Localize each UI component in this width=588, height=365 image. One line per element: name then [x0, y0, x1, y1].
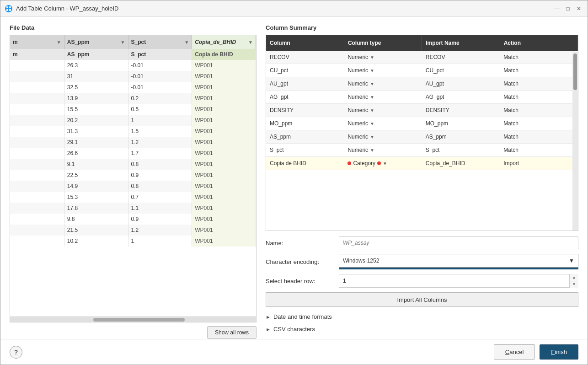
show-all-rows-button[interactable]: Show all rows [207, 326, 257, 339]
col-summary-row: AG_gptNumeric ▼AG_gptMatch [266, 91, 578, 104]
col-summary-type[interactable]: Numeric ▼ [344, 51, 422, 64]
file-data-cell [10, 170, 64, 181]
file-data-row: 29.11.2WP001 [10, 137, 256, 148]
table-scroll-area[interactable]: m AS_ppm S_pct Copia de BHID 26.3-0.01WP… [10, 49, 256, 317]
header-row-label: Select header row: [266, 278, 339, 284]
date-formats-section[interactable]: ► Date and time formats [266, 311, 578, 323]
svg-rect-2 [6, 9, 8, 11]
col-summary-row: AS_ppmNumeric ▼AS_ppmMatch [266, 130, 578, 144]
file-data-cell [10, 115, 64, 126]
name-input[interactable] [339, 236, 578, 249]
file-data-cell: WP001 [192, 137, 256, 148]
col-summary-type[interactable]: Numeric ▼ [344, 64, 422, 77]
col-summary-import-name: CU_pct [422, 64, 500, 77]
encoding-select[interactable]: Windows-1252 ▼ [339, 254, 578, 268]
col-summary-type[interactable]: Numeric ▼ [344, 130, 422, 144]
minimize-button[interactable]: — [553, 5, 561, 13]
col-summary-type[interactable]: Numeric ▼ [344, 104, 422, 117]
help-button[interactable]: ? [10, 346, 22, 359]
type-dropdown-arrow[interactable]: ▼ [370, 81, 374, 86]
file-data-cell: WP001 [192, 159, 256, 170]
file-data-cell [10, 82, 64, 93]
file-data-header-row: m ▼ AS_ppm ▼ [10, 35, 256, 49]
vscroll-thumb[interactable] [573, 54, 577, 90]
type-dropdown-arrow[interactable]: ▼ [370, 134, 374, 140]
import-all-columns-button[interactable]: Import All Columns [266, 292, 578, 307]
title-bar: Add Table Column - WP_assay_holeID — □ ✕ [0, 0, 588, 17]
file-col-header-3[interactable]: Copia_de_BHID ▼ [192, 35, 256, 49]
col-summary-import-name: Copia_de_BHID [422, 157, 500, 170]
hscroll-thumb[interactable] [93, 318, 185, 322]
col-summary-import-name: AS_ppm [422, 130, 500, 144]
col-summary-type[interactable]: Numeric ▼ [344, 77, 422, 91]
file-col-header-2[interactable]: S_pct ▼ [128, 35, 192, 49]
file-data-row: 9.10.8WP001 [10, 159, 256, 170]
col-summary-col-name: AU_gpt [266, 77, 344, 91]
file-data-body: m AS_ppm S_pct Copia de BHID 26.3-0.01WP… [10, 49, 256, 247]
col-summary-col-name: CU_pct [266, 64, 344, 77]
file-data-cell: WP001 [192, 115, 256, 126]
file-data-cell: WP001 [192, 82, 256, 93]
type-dropdown-arrow[interactable]: ▼ [370, 55, 374, 60]
file-data-cell: 22.5 [64, 170, 128, 181]
right-panel: Column Summary Column Column type Import… [266, 24, 578, 339]
left-panel: File Data m ▼ [10, 24, 257, 339]
file-data-cell: WP001 [192, 236, 256, 247]
maximize-button[interactable]: □ [564, 5, 572, 13]
col-summary-action: Match [500, 104, 577, 117]
vscroll-bar[interactable] [572, 52, 578, 231]
col-summary-type[interactable]: Numeric ▼ [344, 91, 422, 104]
csv-characters-section[interactable]: ► CSV characters [266, 323, 578, 335]
name-label: Name: [266, 240, 339, 247]
file-data-cell: WP001 [192, 148, 256, 159]
main-window: Add Table Column - WP_assay_holeID — □ ✕… [0, 0, 588, 365]
col-summary-import-name: RECOV [422, 51, 500, 64]
date-formats-label: Date and time formats [273, 313, 332, 320]
file-data-col-labels: m AS_ppm S_pct Copia de BHID [10, 49, 256, 60]
file-data-row: 15.30.7WP001 [10, 192, 256, 203]
file-col-header-1[interactable]: AS_ppm ▼ [64, 35, 128, 49]
type-dropdown-arrow[interactable]: ▼ [370, 68, 374, 73]
file-data-cell: 17.8 [64, 203, 128, 214]
header-row-input[interactable] [339, 274, 578, 288]
spinner-down-button[interactable]: ▼ [570, 281, 578, 288]
type-dropdown-arrow[interactable]: ▼ [370, 108, 374, 113]
col-arrow-3: ▼ [248, 40, 253, 45]
file-header-cell-0: m [10, 49, 64, 60]
file-data-cell: 31.3 [64, 126, 128, 137]
file-data-cell [10, 148, 64, 159]
col-summary-type[interactable]: Numeric ▼ [344, 144, 422, 157]
content-area: File Data m ▼ [0, 17, 588, 339]
col-summary-action: Match [500, 117, 577, 130]
col-summary-th-0: Column [266, 35, 344, 51]
column-summary-title: Column Summary [266, 24, 578, 31]
type-dropdown-arrow[interactable]: ▼ [383, 161, 387, 166]
type-dropdown-arrow[interactable]: ▼ [370, 121, 374, 126]
svg-rect-3 [9, 9, 11, 11]
encoding-label: Character encoding: [266, 258, 339, 265]
file-data-title: File Data [10, 24, 257, 31]
cancel-button[interactable]: Cancel [494, 344, 535, 360]
type-dropdown-arrow[interactable]: ▼ [370, 95, 374, 100]
file-data-cell [10, 214, 64, 225]
encoding-select-wrapper: Windows-1252 ▼ [339, 254, 578, 269]
col-summary-type[interactable]: Numeric ▼ [344, 117, 422, 130]
file-data-cell [10, 225, 64, 236]
finish-button[interactable]: Finish [540, 344, 578, 360]
col-summary-import-name: MO_ppm [422, 117, 500, 130]
col-summary-type[interactable]: Category ▼ [344, 157, 422, 170]
file-data-cell [10, 71, 64, 82]
hscroll-bar[interactable] [10, 317, 256, 322]
window-title: Add Table Column - WP_assay_holeID [16, 5, 119, 12]
spinner-up-button[interactable]: ▲ [570, 274, 578, 281]
file-data-row: 32.5-0.01WP001 [10, 82, 256, 93]
file-data-row: 26.61.7WP001 [10, 148, 256, 159]
file-data-cell: 26.3 [64, 60, 128, 71]
csv-chars-arrow: ► [266, 327, 271, 332]
file-data-cell: -0.01 [128, 71, 192, 82]
file-data-cell: WP001 [192, 126, 256, 137]
close-button[interactable]: ✕ [575, 5, 583, 13]
file-col-header-0[interactable]: m ▼ [10, 35, 64, 49]
type-dropdown-arrow[interactable]: ▼ [370, 148, 374, 153]
col-arrow-0: ▼ [57, 40, 61, 45]
